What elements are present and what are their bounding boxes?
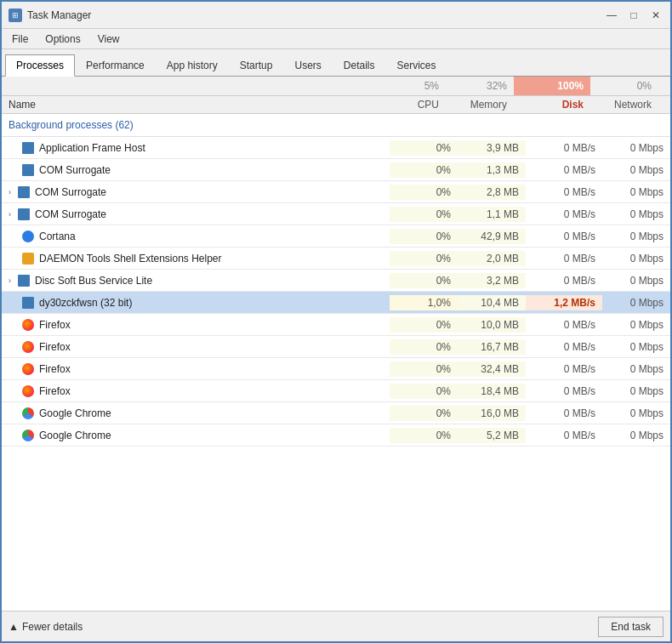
th-disk-percent: 100% xyxy=(514,77,590,95)
table-row[interactable]: COM Surrogate0%1,3 MB0 MB/s0 Mbps xyxy=(2,159,670,181)
process-name: Google Chrome xyxy=(39,430,111,441)
process-network: 0 Mbps xyxy=(602,140,670,156)
process-disk: 0 MB/s xyxy=(526,339,602,355)
table-row[interactable]: Firefox0%18,4 MB0 MB/s0 Mbps xyxy=(2,380,670,402)
window-title: Task Manager xyxy=(27,9,91,21)
tab-processes[interactable]: Processes xyxy=(5,54,75,77)
expand-arrow-icon[interactable]: › xyxy=(9,188,11,196)
tab-details[interactable]: Details xyxy=(333,54,386,77)
process-memory: 16,7 MB xyxy=(458,339,526,355)
process-cpu: 0% xyxy=(390,185,458,200)
table-header-stats: 5% 32% 100% 0% xyxy=(2,77,670,96)
table-row[interactable]: Firefox0%16,7 MB0 MB/s0 Mbps xyxy=(2,336,670,358)
process-network: 0 Mbps xyxy=(602,428,670,443)
menu-options[interactable]: Options xyxy=(42,32,83,46)
col-network-label: Network xyxy=(590,96,658,113)
menu-file[interactable]: File xyxy=(9,32,31,46)
table-row[interactable]: dy30zckfwsn (32 bit)1,0%10,4 MB1,2 MB/s0… xyxy=(2,292,670,314)
process-disk: 0 MB/s xyxy=(526,428,602,443)
table-row[interactable]: ›COM Surrogate0%1,1 MB0 MB/s0 Mbps xyxy=(2,203,670,225)
title-bar-left: ⊞ Task Manager xyxy=(9,9,91,22)
process-cpu: 0% xyxy=(390,273,458,288)
firefox-icon xyxy=(22,385,34,397)
process-name: dy30zckfwsn (32 bit) xyxy=(39,297,132,309)
process-name: COM Surrogate xyxy=(39,164,111,176)
process-cpu: 0% xyxy=(390,251,458,266)
process-memory: 1,1 MB xyxy=(458,207,526,222)
process-cpu: 0% xyxy=(390,339,458,355)
blue-square-icon xyxy=(18,275,30,287)
tab-users[interactable]: Users xyxy=(283,54,332,77)
process-disk: 0 MB/s xyxy=(526,207,602,222)
process-cpu: 0% xyxy=(390,140,458,156)
process-memory: 16,0 MB xyxy=(458,406,526,421)
process-name: Cortana xyxy=(39,230,76,242)
app-icon: ⊞ xyxy=(9,9,22,22)
process-network: 0 Mbps xyxy=(602,207,670,222)
process-name: COM Surrogate xyxy=(35,186,106,198)
tab-performance[interactable]: Performance xyxy=(75,54,156,77)
process-memory: 10,4 MB xyxy=(458,295,526,310)
main-content: 5% 32% 100% 0% Name CPU Memory Disk Netw… xyxy=(2,77,670,611)
window-controls: — □ ✕ xyxy=(604,8,663,23)
col-disk-label: Disk xyxy=(514,96,590,113)
process-table-body[interactable]: Background processes (62) Application Fr… xyxy=(2,114,670,611)
process-network: 0 Mbps xyxy=(602,273,670,288)
process-disk: 0 MB/s xyxy=(526,406,602,421)
process-memory: 10,0 MB xyxy=(458,317,526,333)
table-row[interactable]: Firefox0%10,0 MB0 MB/s0 Mbps xyxy=(2,314,670,336)
maximize-button[interactable]: □ xyxy=(626,8,641,23)
th-memory-percent: 32% xyxy=(446,77,514,95)
process-memory: 2,8 MB xyxy=(458,185,526,200)
table-row[interactable]: Firefox0%32,4 MB0 MB/s0 Mbps xyxy=(2,358,670,380)
daemon-icon xyxy=(22,253,34,265)
col-name-label[interactable]: Name xyxy=(2,96,378,113)
process-network: 0 Mbps xyxy=(602,229,670,244)
process-cpu: 0% xyxy=(390,317,458,333)
end-task-button[interactable]: End task xyxy=(598,617,663,637)
process-name: Application Frame Host xyxy=(39,142,145,154)
process-cpu: 0% xyxy=(390,207,458,222)
table-row[interactable]: ›Disc Soft Bus Service Lite0%3,2 MB0 MB/… xyxy=(2,270,670,292)
close-button[interactable]: ✕ xyxy=(648,8,663,23)
process-name: COM Surrogate xyxy=(35,208,106,220)
menu-view[interactable]: View xyxy=(94,32,123,46)
table-row[interactable]: Cortana0%42,9 MB0 MB/s0 Mbps xyxy=(2,225,670,248)
table-row[interactable]: DAEMON Tools Shell Extensions Helper0%2,… xyxy=(2,248,670,270)
table-row[interactable]: Google Chrome0%16,0 MB0 MB/s0 Mbps xyxy=(2,402,670,424)
process-network: 0 Mbps xyxy=(602,251,670,266)
process-name: Google Chrome xyxy=(39,407,111,419)
blue-square-icon xyxy=(22,297,34,309)
expand-arrow-icon[interactable]: › xyxy=(9,276,11,285)
process-name: Firefox xyxy=(39,363,71,375)
process-network: 0 Mbps xyxy=(602,317,670,333)
process-disk: 0 MB/s xyxy=(526,140,602,156)
process-network: 0 Mbps xyxy=(602,339,670,355)
process-memory: 1,3 MB xyxy=(458,162,526,178)
table-row[interactable]: ›COM Surrogate0%2,8 MB0 MB/s0 Mbps xyxy=(2,181,670,203)
process-network: 0 Mbps xyxy=(602,406,670,421)
process-disk: 0 MB/s xyxy=(526,185,602,200)
firefox-icon xyxy=(22,341,34,353)
menu-bar: FileOptionsView xyxy=(2,29,670,49)
process-network: 0 Mbps xyxy=(602,185,670,200)
process-cpu: 0% xyxy=(390,229,458,244)
process-cpu: 0% xyxy=(390,361,458,377)
tab-services[interactable]: Services xyxy=(386,54,447,77)
process-name: Firefox xyxy=(39,341,71,353)
table-row[interactable]: Google Chrome0%5,2 MB0 MB/s0 Mbps xyxy=(2,424,670,447)
minimize-button[interactable]: — xyxy=(604,8,619,23)
tab-startup[interactable]: Startup xyxy=(229,54,284,77)
tab-app-history[interactable]: App history xyxy=(156,54,229,77)
process-memory: 42,9 MB xyxy=(458,229,526,244)
fewer-details-button[interactable]: ▲ Fewer details xyxy=(9,621,83,633)
process-disk: 0 MB/s xyxy=(526,317,602,333)
expand-arrow-icon[interactable]: › xyxy=(9,210,11,219)
process-disk: 0 MB/s xyxy=(526,229,602,244)
chrome-icon xyxy=(22,407,34,419)
process-memory: 5,2 MB xyxy=(458,428,526,443)
process-name: DAEMON Tools Shell Extensions Helper xyxy=(39,253,222,265)
firefox-icon xyxy=(22,363,34,375)
table-row[interactable]: Application Frame Host0%3,9 MB0 MB/s0 Mb… xyxy=(2,137,670,159)
process-cpu: 0% xyxy=(390,162,458,178)
